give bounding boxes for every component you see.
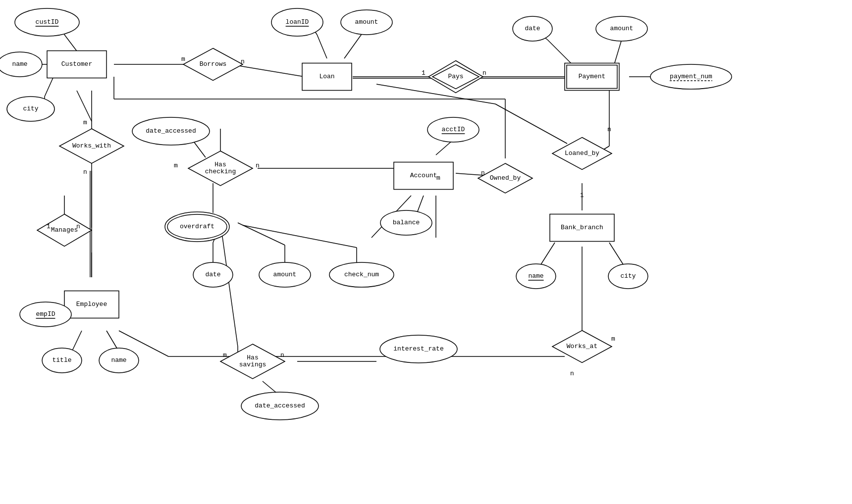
er-diagram-canvas [0, 0, 852, 504]
